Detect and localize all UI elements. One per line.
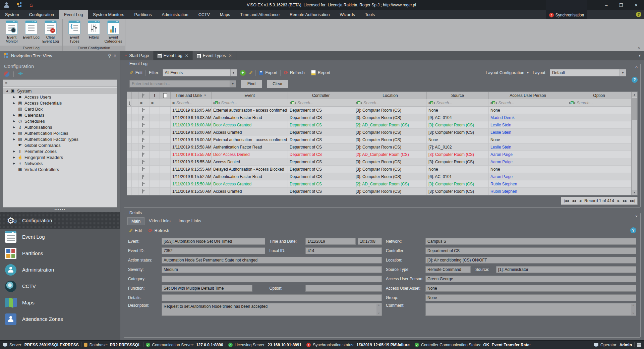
menu-system[interactable]: System <box>0 10 24 19</box>
minimize-button[interactable]: – <box>605 3 607 8</box>
maximize-button[interactable]: ❐ <box>619 3 623 8</box>
help-icon[interactable]: ? <box>632 77 638 83</box>
sidebar-item-configuration[interactable]: ⚙⚙ Configuration <box>0 212 120 229</box>
prev-group-icon[interactable]: ◀◀ <box>572 199 576 202</box>
refresh-button[interactable]: ⟳Refresh <box>284 70 304 76</box>
access-user-asset-field[interactable]: None <box>425 285 636 292</box>
menu-event-log[interactable]: Event Log <box>59 10 88 19</box>
tree-item-global-commands[interactable]: ☛Global Commands <box>3 142 117 148</box>
filter-controller[interactable]: aBcSearch... <box>288 99 354 106</box>
tree-item-schedules[interactable]: ▶◷Schedules <box>3 118 117 124</box>
layers-icon[interactable] <box>18 72 23 76</box>
splitter-handle[interactable]: •••••• <box>0 208 120 212</box>
sidebar-item-event-log[interactable]: Event Log <box>0 229 120 245</box>
flag-column-header[interactable] <box>138 92 150 99</box>
user-icon[interactable] <box>4 2 9 8</box>
collapse-arrow-icon[interactable]: ▶ <box>12 126 16 129</box>
collapse-arrow-icon[interactable]: ▶ <box>12 132 16 135</box>
event-log-button[interactable]: Event Log <box>22 20 40 46</box>
collapse-panel-icon[interactable]: ˅ <box>635 214 638 219</box>
details-refresh-button[interactable]: ⟳Refresh <box>148 228 169 234</box>
table-row[interactable]: 1/11/2019 9:16:03 AMAuthentication Facto… <box>127 114 631 121</box>
ribbon-collapse-icon[interactable]: ˄ <box>638 46 640 50</box>
report-button[interactable]: Report <box>311 70 331 75</box>
table-row[interactable]: 1/11/2019 9:16:00 AMDoor Access GrantedD… <box>127 121 631 129</box>
menu-maps[interactable]: Maps <box>215 10 235 19</box>
sidebar-item-maps[interactable]: Maps <box>0 294 120 311</box>
tree-item-perimeter-zones[interactable]: ▶▯Perimeter Zones <box>3 148 117 154</box>
collapse-arrow-icon[interactable]: ▶ <box>12 96 16 99</box>
column-header-location[interactable]: Location <box>354 92 427 99</box>
search-dropdown-icon[interactable]: ▼ <box>230 80 236 88</box>
sidebar-item-partitions[interactable]: Partitions <box>0 245 120 261</box>
comment-field[interactable]: ˄˅ <box>425 303 636 316</box>
person-link[interactable]: Rubin Stephen <box>489 180 567 187</box>
tree-item-calendars[interactable]: ▶▦Calendars <box>3 112 117 118</box>
menu-remote-authorisation[interactable]: Remote Authorisation <box>285 10 335 19</box>
event-categories-button[interactable]: Event Categories <box>104 20 122 46</box>
note-column-header[interactable] <box>160 92 171 99</box>
field-scrollbar[interactable]: ˄˅ <box>631 304 636 315</box>
table-row[interactable]: 1/11/2019 9:15:55 AMAccess DeniedDepartm… <box>127 158 631 166</box>
event-id-field[interactable]: 7352 <box>162 247 265 254</box>
tree-item-fingerprint-readers[interactable]: ▶☝Fingerprint Readers <box>3 154 117 160</box>
tree-list-header[interactable]: ≡ <box>3 80 117 87</box>
filter-time[interactable]: =Search... <box>171 99 212 106</box>
table-row[interactable]: 1/11/2019 9:16:05 AMExternal authorisati… <box>127 107 631 114</box>
table-row[interactable]: 1/11/2019 9:15:52 AMAuthentication Facto… <box>127 173 631 180</box>
tree-item-networks[interactable]: ▶♁Networks <box>3 160 117 166</box>
local-id-field[interactable]: 414 <box>305 247 382 254</box>
column-header-source[interactable]: Source <box>427 92 489 99</box>
tab-start-page[interactable]: ⌂ Start Page <box>120 51 154 60</box>
table-row[interactable]: 1/11/2019 9:15:50 AMAccess GrantedDepart… <box>127 188 631 195</box>
person-link[interactable]: Aaron Paige <box>489 151 567 158</box>
help-icon[interactable]: ? <box>636 12 641 17</box>
last-page-icon[interactable]: ▶▶| <box>630 199 635 202</box>
collapse-arrow-icon[interactable]: ▶ <box>12 150 16 153</box>
event-types-button[interactable]: { Event Types <box>65 20 83 46</box>
source-field[interactable]: [1]: Administrator <box>496 266 636 273</box>
filter-priority[interactable]: = <box>150 99 160 106</box>
filter-flag[interactable]: = <box>138 99 150 106</box>
edit-button[interactable]: ✎Edit <box>129 70 142 75</box>
person-link[interactable]: Aaron Paige <box>489 173 567 180</box>
tab-event-log[interactable]: Event Log ✕ <box>154 51 193 60</box>
menu-system-monitors[interactable]: System Monitors <box>88 10 129 19</box>
collapse-arrow-icon[interactable]: ▶ <box>12 162 16 165</box>
tab-overflow-icon[interactable]: ▼ <box>638 54 641 57</box>
clear-button[interactable]: Clear <box>267 80 288 88</box>
table-row[interactable]: 1/11/2019 9:16:00 AMAccess GrantedDepart… <box>127 129 631 136</box>
next-page-icon[interactable]: ▶ <box>618 199 620 202</box>
close-tab-icon[interactable]: ✕ <box>228 53 232 58</box>
collapse-arrow-icon[interactable]: ▶ <box>12 138 16 141</box>
function-field[interactable]: Set ON with Multiple Default Time <box>162 285 252 292</box>
tree-item-authentication-factor-types[interactable]: ▶▨Authentication Factor Types <box>3 136 117 142</box>
table-row[interactable]: 1/11/2019 9:15:55 AMDelayed Authorisatio… <box>127 166 631 173</box>
export-button[interactable]: Export <box>259 70 277 75</box>
tab-video-links[interactable]: Video Links <box>145 217 174 225</box>
tree-item-card-box[interactable]: ▥Card Box <box>3 106 117 112</box>
collapse-arrow-icon[interactable]: ▶ <box>12 102 16 105</box>
severity-field[interactable]: Medium <box>162 266 382 273</box>
person-link[interactable]: Madrid Derrik <box>489 114 567 121</box>
details-edit-button[interactable]: ✎Edit <box>129 228 142 233</box>
filter-event[interactable]: aBcSearch... <box>212 99 288 106</box>
filter-option[interactable]: aBcSearch... <box>567 99 631 106</box>
event-monitor-button[interactable]: Event Monitor <box>3 20 21 46</box>
menu-time-attendance[interactable]: Time and Attendance <box>235 10 285 19</box>
controller-field[interactable]: Department of CS <box>425 247 636 254</box>
menu-administration[interactable]: Administration <box>157 10 193 19</box>
pin-icon[interactable]: ⚲ <box>108 53 111 58</box>
tab-event-types[interactable]: Event Types ✕ <box>193 51 236 60</box>
date-field[interactable]: 1/11/2019 <box>305 238 356 245</box>
scrollbar-thumb[interactable] <box>632 98 637 120</box>
person-link[interactable]: Leslie Stein <box>489 129 567 136</box>
tab-image-links[interactable]: Image Links <box>175 217 205 225</box>
location-field[interactable]: [3]: Air conditioning (CS) ON/OFF <box>425 257 636 264</box>
close-tab-icon[interactable]: ✕ <box>185 53 188 58</box>
collapse-arrow-icon[interactable]: ▶ <box>12 114 16 117</box>
menu-partitions[interactable]: Partitions <box>129 10 157 19</box>
table-scrollbar[interactable]: ▲ ▼ <box>631 92 637 195</box>
tree-item-authentication-policies[interactable]: ▶▧Authentication Policies <box>3 130 117 136</box>
sidebar-item-cctv[interactable]: CCTV <box>0 278 120 294</box>
